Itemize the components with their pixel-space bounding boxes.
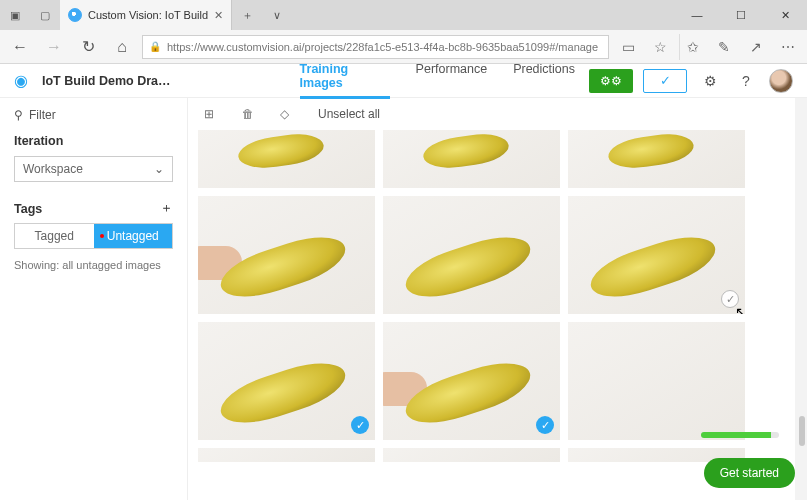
image-thumb[interactable]: ✓ ↖: [568, 196, 745, 314]
browser-tab[interactable]: Custom Vision: IoT Build ✕: [60, 0, 232, 30]
image-thumb[interactable]: [198, 130, 375, 188]
progress-indicator: [701, 432, 779, 438]
tag-images-icon[interactable]: ◇: [280, 107, 296, 121]
browser-addressbar: ← → ↻ ⌂ 🔒 https://www.customvision.ai/pr…: [0, 30, 807, 64]
grid-row: ✓ ↖: [198, 196, 797, 314]
add-tag-icon[interactable]: ＋: [160, 200, 173, 217]
unselect-all-link[interactable]: Unselect all: [318, 107, 380, 121]
selected-check-icon[interactable]: ✓: [351, 416, 369, 434]
main-split: ⚲ Filter Iteration Workspace ⌄ Tags ＋ Ta…: [0, 98, 807, 500]
get-started-button[interactable]: Get started: [704, 458, 795, 488]
settings-icon[interactable]: ⚙: [697, 68, 723, 94]
url-input[interactable]: 🔒 https://www.customvision.ai/projects/2…: [142, 35, 609, 59]
image-thumb[interactable]: [198, 448, 375, 462]
image-thumb[interactable]: [198, 196, 375, 314]
train-button[interactable]: ⚙⚙: [589, 69, 633, 93]
image-thumb[interactable]: [568, 130, 745, 188]
user-avatar[interactable]: [769, 69, 793, 93]
tab-performance[interactable]: Performance: [416, 62, 488, 99]
showing-text: Showing: all untagged images: [14, 259, 173, 271]
grid-row: ✓ ✓: [198, 322, 797, 440]
image-toolbar: ⊞ 🗑 ◇ Unselect all: [188, 98, 807, 130]
tab-overflow-icon[interactable]: ∨: [262, 0, 292, 30]
delete-icon[interactable]: 🗑: [242, 107, 258, 121]
grid-row: [198, 448, 797, 462]
favicon-icon: [68, 8, 82, 22]
favorites-bar-icon[interactable]: ✩: [679, 34, 705, 60]
app-header: ◉ IoT Build Demo Drag… Training Images P…: [0, 64, 807, 98]
cursor-icon: ↖: [735, 304, 745, 314]
quicktest-button[interactable]: ✓: [643, 69, 687, 93]
iteration-select[interactable]: Workspace ⌄: [14, 156, 173, 182]
iteration-value: Workspace: [23, 162, 83, 176]
iteration-heading: Iteration: [14, 134, 173, 148]
back-button[interactable]: ←: [6, 33, 34, 61]
refresh-button[interactable]: ↻: [74, 33, 102, 61]
favorite-icon[interactable]: ☆: [647, 34, 673, 60]
image-thumb[interactable]: ✓: [198, 322, 375, 440]
taskview2-icon[interactable]: ▢: [30, 0, 60, 30]
image-thumb[interactable]: [383, 196, 560, 314]
taskview-icon[interactable]: ▣: [0, 0, 30, 30]
image-thumb[interactable]: [383, 130, 560, 188]
content-area: ⊞ 🗑 ◇ Unselect all ✓ ↖ ✓: [188, 98, 807, 500]
untagged-label: Untagged: [107, 229, 159, 243]
reading-view-icon[interactable]: ▭: [615, 34, 641, 60]
window-titlebar: ▣ ▢ Custom Vision: IoT Build ✕ ＋ ∨ — ☐ ✕: [0, 0, 807, 30]
notes-icon[interactable]: ✎: [711, 34, 737, 60]
image-thumb[interactable]: [568, 322, 745, 440]
help-icon[interactable]: ?: [733, 68, 759, 94]
selected-check-icon[interactable]: ✓: [536, 416, 554, 434]
close-tab-icon[interactable]: ✕: [214, 9, 223, 22]
forward-button[interactable]: →: [40, 33, 68, 61]
untagged-indicator-icon: [100, 234, 104, 238]
more-icon[interactable]: ⋯: [775, 34, 801, 60]
tag-toggle: Tagged Untagged: [14, 223, 173, 249]
url-text: https://www.customvision.ai/projects/228…: [167, 41, 598, 53]
tab-training-images[interactable]: Training Images: [300, 62, 390, 99]
tagged-toggle[interactable]: Tagged: [15, 224, 94, 248]
tab-title: Custom Vision: IoT Build: [88, 9, 208, 21]
customvision-logo-icon: ◉: [14, 71, 28, 90]
filter-icon: ⚲: [14, 108, 23, 122]
grid-row: [198, 130, 797, 188]
minimize-button[interactable]: —: [675, 0, 719, 30]
add-images-icon[interactable]: ⊞: [204, 107, 220, 121]
scrollbar-thumb[interactable]: [799, 416, 805, 446]
image-thumb[interactable]: ✓: [383, 322, 560, 440]
image-thumb[interactable]: [383, 448, 560, 462]
chevron-down-icon: ⌄: [154, 162, 164, 176]
filter-label: Filter: [29, 108, 56, 122]
tags-heading: Tags: [14, 202, 42, 216]
main-tabs: Training Images Performance Predictions: [300, 62, 575, 99]
maximize-button[interactable]: ☐: [719, 0, 763, 30]
close-window-button[interactable]: ✕: [763, 0, 807, 30]
project-name[interactable]: IoT Build Demo Drag…: [42, 74, 176, 88]
untagged-toggle[interactable]: Untagged: [94, 224, 173, 248]
new-tab-icon[interactable]: ＋: [232, 0, 262, 30]
home-button[interactable]: ⌂: [108, 33, 136, 61]
tab-predictions[interactable]: Predictions: [513, 62, 575, 99]
share-icon[interactable]: ↗: [743, 34, 769, 60]
image-grid: ✓ ↖ ✓ ✓: [188, 130, 807, 500]
lock-icon: 🔒: [149, 41, 161, 52]
sidebar: ⚲ Filter Iteration Workspace ⌄ Tags ＋ Ta…: [0, 98, 188, 500]
filter-toggle[interactable]: ⚲ Filter: [14, 108, 173, 122]
